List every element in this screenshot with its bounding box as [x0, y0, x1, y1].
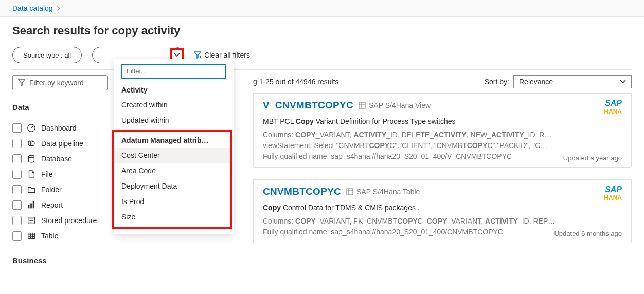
dropdown-filter-input[interactable]	[121, 64, 226, 79]
breadcrumb-root[interactable]: Data catalog	[12, 4, 53, 12]
highlighted-attribute-group: Adatum Managed attrib… Cost CenterArea C…	[112, 130, 232, 229]
svg-rect-7	[30, 203, 32, 208]
chevron-down-icon	[620, 80, 626, 84]
sort-select[interactable]: Relevance	[513, 75, 632, 88]
result-card[interactable]: V_CNVMBTCOPYC SAP S/4Hana ViewSAPHANAMBT…	[253, 93, 632, 168]
source-type-pill[interactable]: Source type : all	[12, 47, 82, 63]
dropdown-item[interactable]: Deployment Data	[114, 178, 230, 194]
chevron-down-icon	[174, 53, 180, 57]
result-subtype: SAP S/4Hana View	[359, 101, 431, 109]
breadcrumb: Data catalog	[0, 0, 644, 17]
result-subtype: SAP S/4Hana Table	[346, 188, 420, 196]
dropdown-item[interactable]: Area Code	[114, 163, 230, 178]
facet-label: Dashboard	[41, 124, 77, 132]
svg-rect-11	[359, 102, 365, 108]
result-title[interactable]: V_CNVMBTCOPYC	[263, 100, 353, 111]
dropdown-item[interactable]: Cost Center	[114, 148, 230, 163]
clear-filters-label: Clear all filters	[204, 51, 250, 59]
facet-section-business: Business	[12, 253, 108, 268]
file-icon	[27, 170, 36, 179]
dropdown-group-adatum: Adatum Managed attrib…	[114, 132, 230, 148]
asset-type-icon	[359, 102, 366, 109]
facet-label: Data pipeline	[41, 139, 83, 148]
attribute-dropdown-panel: Activity Created withinUpdated within Ad…	[114, 59, 234, 234]
results-count: g 1-25 out of 44946 results	[253, 78, 339, 86]
filter-row: Source type : all Clear all filters	[0, 41, 644, 67]
result-title[interactable]: CNVMBTCOPYC	[263, 186, 341, 197]
filter-keyword-placeholder: Filter by keyword	[29, 79, 84, 87]
facet-item-database[interactable]: Database	[12, 151, 115, 167]
source-type-label: Source type : all	[23, 51, 71, 59]
svg-point-3	[28, 141, 31, 146]
facet-item-sproc[interactable]: Stored procedure	[12, 213, 115, 228]
svg-point-5	[29, 155, 34, 158]
dropdown-item[interactable]: Updated within	[114, 113, 234, 128]
sproc-icon	[27, 216, 36, 225]
sap-hana-badge: SAPHANA	[604, 99, 622, 115]
facet-column: Filter by keyword Data DashboardData pip…	[12, 75, 115, 268]
sort-value: Relevance	[519, 78, 553, 86]
svg-rect-8	[33, 201, 34, 209]
svg-rect-14	[347, 189, 353, 195]
svg-point-4	[32, 141, 34, 146]
facet-label: Database	[41, 155, 72, 163]
svg-rect-6	[28, 205, 30, 208]
page-title: Search results for copy activity	[0, 17, 644, 41]
checkbox[interactable]	[12, 170, 22, 179]
facet-item-folder[interactable]: Folder	[12, 182, 115, 197]
facet-label: Folder	[41, 186, 62, 194]
checkbox[interactable]	[12, 216, 22, 225]
result-description: Copy Control Data for TDMS & CMIS packag…	[263, 204, 622, 212]
facet-item-file[interactable]: File	[12, 167, 115, 182]
pipeline-icon	[27, 139, 36, 148]
database-icon	[27, 154, 36, 163]
checkbox[interactable]	[12, 154, 22, 163]
funnel-icon	[18, 79, 25, 86]
result-updated: Updated a year ago	[563, 154, 622, 162]
checkbox[interactable]	[12, 139, 22, 148]
facet-item-report[interactable]: Report	[12, 197, 115, 213]
svg-rect-10	[28, 233, 35, 239]
table-icon	[27, 231, 36, 241]
chevron-right-icon	[56, 6, 61, 11]
facet-section-data: Data	[12, 100, 108, 115]
checkbox[interactable]	[12, 200, 22, 210]
folder-icon	[27, 185, 36, 194]
dropdown-item[interactable]: Created within	[114, 97, 234, 113]
report-icon	[27, 200, 36, 210]
asset-type-icon	[346, 188, 353, 195]
facet-label: Stored procedure	[41, 216, 97, 225]
filter-keyword-input[interactable]: Filter by keyword	[12, 75, 108, 90]
clear-filters-button[interactable]: Clear all filters	[194, 51, 250, 59]
clear-filter-icon	[194, 51, 201, 59]
facet-item-pipeline[interactable]: Data pipeline	[12, 136, 115, 151]
checkbox[interactable]	[12, 185, 22, 194]
dropdown-group-activity: Activity	[114, 82, 234, 97]
sort-by-label: Sort by:	[485, 78, 509, 86]
result-updated: Updated 6 months ago	[554, 230, 622, 237]
facet-label: Report	[41, 201, 63, 209]
facet-label: File	[41, 170, 53, 178]
dashboard-icon	[27, 123, 36, 133]
dropdown-item[interactable]: Size	[114, 209, 230, 225]
sap-hana-badge: SAPHANA	[604, 185, 622, 201]
facet-item-dashboard[interactable]: Dashboard	[12, 120, 115, 136]
result-card[interactable]: CNVMBTCOPYC SAP S/4Hana TableSAPHANACopy…	[253, 179, 632, 243]
result-description: MBT PCL Copy Variant Definition for Proc…	[263, 117, 622, 125]
facet-item-table[interactable]: Table	[12, 228, 115, 244]
checkbox[interactable]	[12, 231, 22, 241]
checkbox[interactable]	[12, 123, 22, 133]
dropdown-item[interactable]: Is Prod	[114, 194, 230, 209]
facet-label: Table	[41, 232, 58, 240]
